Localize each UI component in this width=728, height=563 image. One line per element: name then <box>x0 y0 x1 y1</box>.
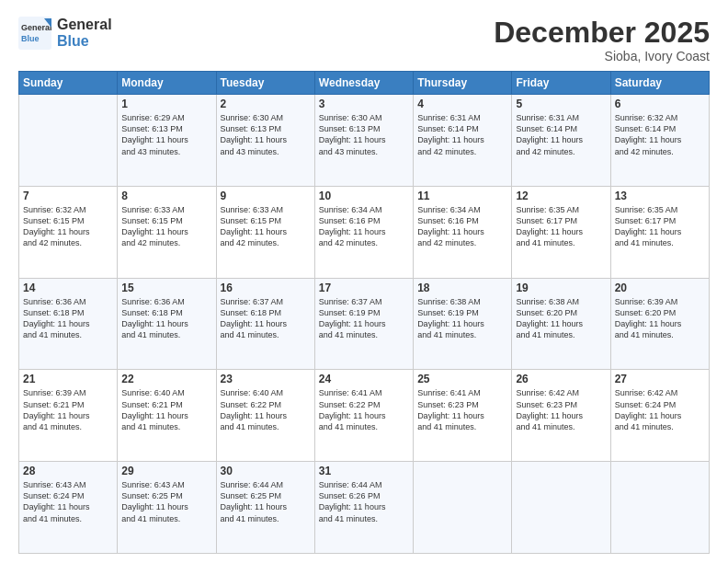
table-row: 20Sunrise: 6:39 AMSunset: 6:20 PMDayligh… <box>610 278 709 370</box>
day-number: 8 <box>121 190 211 202</box>
cell-info: Sunrise: 6:42 AMSunset: 6:23 PMDaylight:… <box>516 387 606 432</box>
calendar-table: Sunday Monday Tuesday Wednesday Thursday… <box>18 71 710 554</box>
cell-info: Sunrise: 6:35 AMSunset: 6:17 PMDaylight:… <box>615 204 705 249</box>
calendar-week-row: 7Sunrise: 6:32 AMSunset: 6:15 PMDaylight… <box>19 186 710 278</box>
table-row <box>19 95 118 187</box>
day-number: 29 <box>121 465 211 477</box>
day-number: 27 <box>615 373 705 385</box>
calendar-week-row: 28Sunrise: 6:43 AMSunset: 6:24 PMDayligh… <box>19 462 710 554</box>
table-row: 27Sunrise: 6:42 AMSunset: 6:24 PMDayligh… <box>610 370 709 462</box>
table-row: 23Sunrise: 6:40 AMSunset: 6:22 PMDayligh… <box>216 370 314 462</box>
cell-info: Sunrise: 6:38 AMSunset: 6:20 PMDaylight:… <box>516 296 606 341</box>
day-number: 10 <box>319 190 409 202</box>
logo-blue: Blue <box>57 33 112 50</box>
cell-info: Sunrise: 6:32 AMSunset: 6:14 PMDaylight:… <box>615 112 705 157</box>
day-number: 15 <box>121 282 211 294</box>
table-row: 26Sunrise: 6:42 AMSunset: 6:23 PMDayligh… <box>512 370 610 462</box>
day-number: 14 <box>23 282 113 294</box>
col-sunday: Sunday <box>19 72 118 95</box>
day-number: 9 <box>221 190 311 202</box>
table-row: 9Sunrise: 6:33 AMSunset: 6:15 PMDaylight… <box>216 186 314 278</box>
table-row: 30Sunrise: 6:44 AMSunset: 6:25 PMDayligh… <box>216 462 314 554</box>
col-tuesday: Tuesday <box>216 72 314 95</box>
logo-general: General <box>57 17 112 33</box>
logo: General Blue General Blue <box>18 17 112 50</box>
table-row: 4Sunrise: 6:31 AMSunset: 6:14 PMDaylight… <box>414 95 512 187</box>
day-number: 12 <box>516 190 606 202</box>
cell-info: Sunrise: 6:37 AMSunset: 6:19 PMDaylight:… <box>319 296 409 341</box>
table-row: 28Sunrise: 6:43 AMSunset: 6:24 PMDayligh… <box>19 462 118 554</box>
table-row: 8Sunrise: 6:33 AMSunset: 6:15 PMDaylight… <box>118 186 216 278</box>
day-number: 11 <box>417 190 507 202</box>
col-wednesday: Wednesday <box>314 72 413 95</box>
day-number: 5 <box>516 98 606 110</box>
calendar-header-row: Sunday Monday Tuesday Wednesday Thursday… <box>19 72 710 95</box>
calendar-week-row: 14Sunrise: 6:36 AMSunset: 6:18 PMDayligh… <box>19 278 710 370</box>
day-number: 30 <box>221 465 311 477</box>
day-number: 13 <box>615 190 705 202</box>
cell-info: Sunrise: 6:34 AMSunset: 6:16 PMDaylight:… <box>417 204 507 249</box>
day-number: 22 <box>121 373 211 385</box>
table-row: 16Sunrise: 6:37 AMSunset: 6:18 PMDayligh… <box>216 278 314 370</box>
cell-info: Sunrise: 6:38 AMSunset: 6:19 PMDaylight:… <box>417 296 507 341</box>
calendar-week-row: 1Sunrise: 6:29 AMSunset: 6:13 PMDaylight… <box>19 95 710 187</box>
day-number: 6 <box>615 98 705 110</box>
table-row: 19Sunrise: 6:38 AMSunset: 6:20 PMDayligh… <box>512 278 610 370</box>
day-number: 7 <box>23 190 113 202</box>
cell-info: Sunrise: 6:31 AMSunset: 6:14 PMDaylight:… <box>417 112 507 157</box>
col-monday: Monday <box>118 72 216 95</box>
cell-info: Sunrise: 6:43 AMSunset: 6:25 PMDaylight:… <box>121 479 211 524</box>
cell-info: Sunrise: 6:31 AMSunset: 6:14 PMDaylight:… <box>516 112 606 157</box>
table-row: 10Sunrise: 6:34 AMSunset: 6:16 PMDayligh… <box>314 186 413 278</box>
day-number: 2 <box>221 98 311 110</box>
day-number: 23 <box>221 373 311 385</box>
header: General Blue General Blue December 2025 … <box>18 17 710 63</box>
day-number: 16 <box>221 282 311 294</box>
day-number: 3 <box>319 98 409 110</box>
cell-info: Sunrise: 6:35 AMSunset: 6:17 PMDaylight:… <box>516 204 606 249</box>
day-number: 18 <box>417 282 507 294</box>
day-number: 1 <box>121 98 211 110</box>
day-number: 19 <box>516 282 606 294</box>
day-number: 28 <box>23 465 113 477</box>
cell-info: Sunrise: 6:29 AMSunset: 6:13 PMDaylight:… <box>121 112 211 157</box>
cell-info: Sunrise: 6:41 AMSunset: 6:23 PMDaylight:… <box>417 387 507 432</box>
table-row <box>414 462 512 554</box>
day-number: 24 <box>319 373 409 385</box>
location: Sioba, Ivory Coast <box>494 49 710 63</box>
table-row: 5Sunrise: 6:31 AMSunset: 6:14 PMDaylight… <box>512 95 610 187</box>
table-row: 3Sunrise: 6:30 AMSunset: 6:13 PMDaylight… <box>314 95 413 187</box>
cell-info: Sunrise: 6:32 AMSunset: 6:15 PMDaylight:… <box>23 204 113 249</box>
day-number: 4 <box>417 98 507 110</box>
cell-info: Sunrise: 6:30 AMSunset: 6:13 PMDaylight:… <box>319 112 409 157</box>
cell-info: Sunrise: 6:40 AMSunset: 6:21 PMDaylight:… <box>121 387 211 432</box>
day-number: 21 <box>23 373 113 385</box>
table-row: 6Sunrise: 6:32 AMSunset: 6:14 PMDaylight… <box>610 95 709 187</box>
cell-info: Sunrise: 6:44 AMSunset: 6:25 PMDaylight:… <box>221 479 311 524</box>
cell-info: Sunrise: 6:37 AMSunset: 6:18 PMDaylight:… <box>221 296 311 341</box>
day-number: 26 <box>516 373 606 385</box>
cell-info: Sunrise: 6:43 AMSunset: 6:24 PMDaylight:… <box>23 479 113 524</box>
cell-info: Sunrise: 6:39 AMSunset: 6:20 PMDaylight:… <box>615 296 705 341</box>
cell-info: Sunrise: 6:30 AMSunset: 6:13 PMDaylight:… <box>221 112 311 157</box>
svg-text:Blue: Blue <box>21 34 40 43</box>
cell-info: Sunrise: 6:41 AMSunset: 6:22 PMDaylight:… <box>319 387 409 432</box>
table-row: 11Sunrise: 6:34 AMSunset: 6:16 PMDayligh… <box>414 186 512 278</box>
table-row: 24Sunrise: 6:41 AMSunset: 6:22 PMDayligh… <box>314 370 413 462</box>
col-thursday: Thursday <box>414 72 512 95</box>
title-block: December 2025 Sioba, Ivory Coast <box>494 17 710 63</box>
table-row: 29Sunrise: 6:43 AMSunset: 6:25 PMDayligh… <box>118 462 216 554</box>
table-row <box>512 462 610 554</box>
table-row: 22Sunrise: 6:40 AMSunset: 6:21 PMDayligh… <box>118 370 216 462</box>
month-title: December 2025 <box>494 17 710 49</box>
cell-info: Sunrise: 6:34 AMSunset: 6:16 PMDaylight:… <box>319 204 409 249</box>
cell-info: Sunrise: 6:33 AMSunset: 6:15 PMDaylight:… <box>121 204 211 249</box>
table-row: 7Sunrise: 6:32 AMSunset: 6:15 PMDaylight… <box>19 186 118 278</box>
calendar-week-row: 21Sunrise: 6:39 AMSunset: 6:21 PMDayligh… <box>19 370 710 462</box>
svg-rect-0 <box>18 17 51 50</box>
cell-info: Sunrise: 6:42 AMSunset: 6:24 PMDaylight:… <box>615 387 705 432</box>
cell-info: Sunrise: 6:44 AMSunset: 6:26 PMDaylight:… <box>319 479 409 524</box>
day-number: 17 <box>319 282 409 294</box>
cell-info: Sunrise: 6:39 AMSunset: 6:21 PMDaylight:… <box>23 387 113 432</box>
cell-info: Sunrise: 6:33 AMSunset: 6:15 PMDaylight:… <box>221 204 311 249</box>
